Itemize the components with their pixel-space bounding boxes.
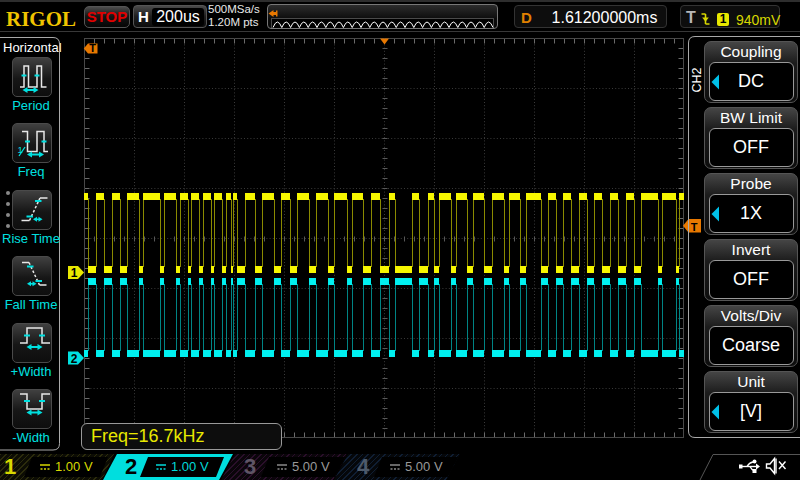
svg-text:T: T <box>89 42 96 54</box>
